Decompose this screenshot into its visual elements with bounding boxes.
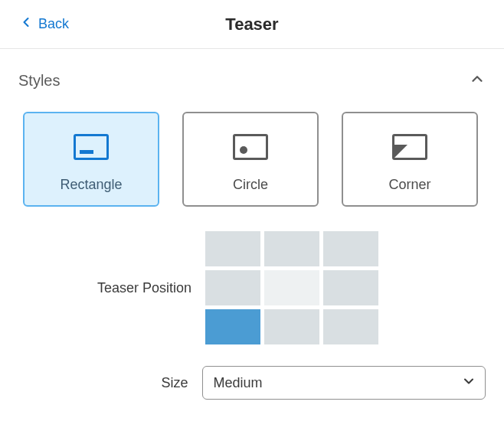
styles-section-header[interactable]: Styles (18, 70, 486, 90)
circle-icon (233, 113, 268, 166)
styles-options: Rectangle Circle Corner (18, 112, 486, 207)
size-label: Size (18, 375, 202, 391)
back-label: Back (38, 16, 69, 32)
page-title: Teaser (0, 15, 504, 34)
size-row: Size Medium (18, 366, 486, 400)
position-cell-top-center[interactable] (264, 231, 319, 266)
chevron-up-icon (469, 70, 486, 90)
position-cell-bottom-left[interactable] (205, 309, 260, 344)
position-cell-top-left[interactable] (205, 231, 260, 266)
back-arrow-icon (18, 15, 34, 34)
position-cell-bottom-center[interactable] (264, 309, 319, 344)
corner-icon (392, 113, 427, 166)
back-button[interactable]: Back (0, 15, 69, 34)
style-option-circle[interactable]: Circle (182, 112, 319, 207)
page-header: Back Teaser (0, 0, 504, 49)
size-select[interactable]: Medium (202, 366, 486, 400)
styles-section-title: Styles (18, 72, 60, 90)
position-grid (205, 231, 378, 344)
position-label: Teaser Position (18, 280, 205, 296)
style-option-rectangle[interactable]: Rectangle (23, 112, 159, 207)
position-cell-middle-right[interactable] (323, 270, 378, 305)
position-cell-middle-left[interactable] (205, 270, 260, 305)
position-cell-top-right[interactable] (323, 231, 378, 266)
style-option-label: Circle (233, 177, 268, 193)
styles-panel: Styles Rectangle Circle Corner Teaser Po… (0, 49, 504, 436)
position-cell-middle-center[interactable] (264, 270, 319, 305)
position-row: Teaser Position (18, 231, 486, 344)
position-cell-bottom-right[interactable] (323, 309, 378, 344)
style-option-label: Rectangle (60, 177, 122, 193)
rectangle-icon (74, 113, 109, 166)
style-option-label: Corner (388, 177, 430, 193)
style-option-corner[interactable]: Corner (342, 112, 478, 207)
